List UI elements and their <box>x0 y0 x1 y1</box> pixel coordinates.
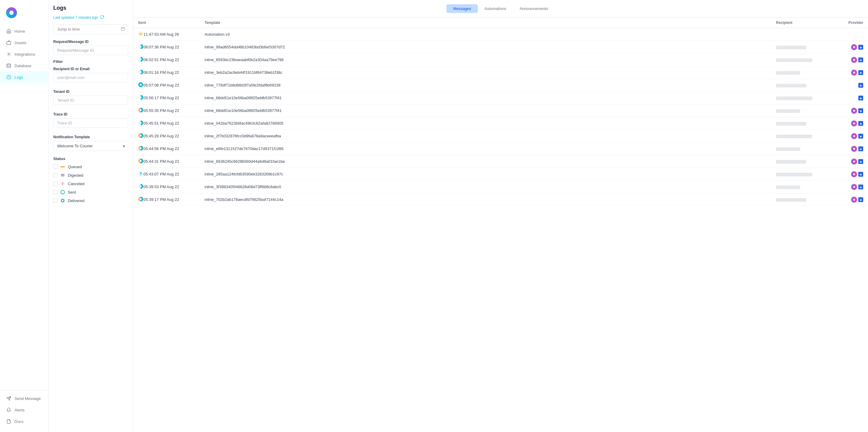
table-row[interactable]: 05:44:56 PM Aug 22 inline_e6fe1311527de7… <box>133 142 868 155</box>
sent-cell: ? 05:43:07 PM Aug 22 <box>133 168 200 180</box>
sent-cell: 06:02:51 PM Aug 22 <box>133 54 200 66</box>
table-row[interactable]: 06:02:51 PM Aug 22 inline_6593bc23feaeaa… <box>133 54 868 66</box>
template-cell: inline_3eb2a2ac8eb44f1911bf64738eb1f38c <box>200 66 771 79</box>
recipient-blurred <box>776 97 812 100</box>
tab-messages[interactable]: Messages <box>446 4 477 13</box>
table-row[interactable]: 05:39:53 PM Aug 22 inline_3f3983405f4682… <box>133 180 868 193</box>
status-canceled-checkbox[interactable] <box>53 181 58 186</box>
table-row[interactable]: 05:45:51 PM Aug 22 inline_042ba7623b6fac… <box>133 117 868 130</box>
col-recipient: Recipient <box>771 18 832 28</box>
sent-time: 05:43:07 PM Aug 22 <box>144 172 179 176</box>
svg-point-2 <box>7 64 10 65</box>
notification-template-select-wrap: Welcome To Courier ▾ <box>53 141 128 151</box>
sidebar-item-alerts[interactable]: Alerts <box>0 404 48 416</box>
last-updated: Last updated 7 minutes ago <box>53 15 128 20</box>
refresh-icon[interactable] <box>100 15 104 20</box>
tab-automations[interactable]: Automations <box>478 4 513 13</box>
sent-time: 05:39:17 PM Aug 22 <box>144 197 179 202</box>
recipient-input[interactable] <box>53 73 128 82</box>
provider-square-icon: ▣ <box>858 58 863 62</box>
sidebar-item-home[interactable]: Home <box>0 25 48 37</box>
database-icon <box>6 63 11 68</box>
sent-time: 06:07:36 PM Aug 22 <box>144 45 179 49</box>
svg-rect-0 <box>7 42 10 44</box>
provider-square-icon: ▣ <box>858 121 863 126</box>
table-row[interactable]: 05:57:08 PM Aug 22 inline_778df71b8d98d3… <box>133 79 868 92</box>
provider-square-icon: ▣ <box>858 108 863 113</box>
row-status-icon <box>138 196 144 203</box>
table-row[interactable]: 05:44:31 PM Aug 22 inline_6636245c6628b5… <box>133 155 868 168</box>
assets-icon <box>6 40 11 45</box>
sidebar-item-integrations[interactable]: Integrations <box>0 48 48 60</box>
svg-point-61 <box>853 148 855 150</box>
sidebar-item-label: Docs <box>14 419 24 424</box>
table-row[interactable]: ? 05:43:07 PM Aug 22 inline_285aa124fcfd… <box>133 168 868 180</box>
sent-icon <box>60 189 65 195</box>
provider-cell: ▣ <box>832 193 868 206</box>
provider-cell: ▣ <box>832 41 868 54</box>
recipient-cell <box>771 79 832 92</box>
row-status-icon <box>138 31 144 37</box>
table-row[interactable]: 05:45:29 PM Aug 22 inline_2f7b032878fcc0… <box>133 130 868 142</box>
recipient-blurred <box>776 84 806 88</box>
status-delivered-label: Delivered <box>68 198 85 203</box>
sent-cell: 05:39:17 PM Aug 22 <box>133 193 200 206</box>
sent-time: 06:01:16 PM Aug 22 <box>144 70 179 75</box>
recipient-blurred <box>776 198 806 202</box>
sidebar-item-label: Integrations <box>14 52 35 57</box>
svg-point-28 <box>853 59 855 61</box>
logo[interactable] <box>0 5 48 25</box>
jump-to-time-input[interactable] <box>53 24 128 34</box>
table-row[interactable]: 06:07:36 PM Aug 22 inline_99ad6554dd48b1… <box>133 41 868 54</box>
filter-panel: Logs Last updated 7 minutes ago Request/… <box>49 0 133 432</box>
notification-template-label: Notification Template <box>53 135 128 139</box>
table-body: 11:47:53 AM Aug 29 Automation v3 06:07:3… <box>133 28 868 206</box>
tab-announcements[interactable]: Announcements <box>513 4 555 13</box>
table-row[interactable]: 05:39:17 PM Aug 22 inline_702b2ab178aecd… <box>133 193 868 206</box>
table-row[interactable]: 06:01:16 PM Aug 22 inline_3eb2a2ac8eb44f… <box>133 66 868 79</box>
request-message-id-input[interactable] <box>53 46 128 55</box>
svg-point-1 <box>8 54 9 55</box>
col-template: Template <box>200 18 771 28</box>
logs-tabs: Messages Automations Announcements <box>133 0 868 18</box>
template-cell: inline_e6fe1311527de7670dac17d937151f85 <box>200 142 771 155</box>
table-row[interactable]: 05:56:17 PM Aug 22 inline_68dd51e10e56ba… <box>133 92 868 104</box>
provider-square-icon: ▣ <box>858 83 863 88</box>
sidebar-item-assets[interactable]: Assets <box>0 37 48 48</box>
sidebar-item-logs[interactable]: Logs <box>0 71 48 83</box>
recipient-cell <box>771 130 832 142</box>
home-icon <box>6 28 11 34</box>
status-digested-checkbox[interactable] <box>53 173 58 177</box>
svg-point-55 <box>140 135 142 136</box>
template-cell: inline_3f3983405f46828d08d73ff888c8abc0 <box>200 180 771 193</box>
sent-cell: 06:01:16 PM Aug 22 <box>133 66 200 79</box>
courier-provider-icon <box>851 57 857 63</box>
recipient-cell <box>771 117 832 130</box>
sidebar-item-send-message[interactable]: Send Message <box>0 393 48 404</box>
status-delivered-checkbox[interactable] <box>53 198 58 203</box>
row-status-icon <box>138 57 144 63</box>
recipient-blurred <box>776 147 800 151</box>
status-digested-item: Digested <box>53 172 128 178</box>
sidebar-item-docs[interactable]: Docs <box>0 416 48 427</box>
sent-cell: 05:55:35 PM Aug 22 <box>133 104 200 117</box>
provider-square-icon: ▣ <box>858 96 863 100</box>
status-queued-checkbox[interactable] <box>53 165 58 169</box>
provider-square-icon: ▣ <box>858 159 863 164</box>
table-row[interactable]: 11:47:53 AM Aug 29 Automation v3 <box>133 28 868 41</box>
tenant-input[interactable] <box>53 96 128 105</box>
sidebar-item-database[interactable]: Database <box>0 60 48 71</box>
table-row[interactable]: 05:55:35 PM Aug 22 inline_68dd51e10e56ba… <box>133 104 868 117</box>
sent-time: 11:47:53 AM Aug 29 <box>144 32 179 37</box>
status-canceled-label: Canceled <box>68 181 85 186</box>
template-cell: inline_2f7b032878fcc0d9fa878a9aceeeafba <box>200 130 771 142</box>
trace-input[interactable] <box>53 118 128 128</box>
page-title: Logs <box>53 5 128 11</box>
template-cell: inline_6593bc23feaeaabf0b2a304aa79ee798 <box>200 54 771 66</box>
jump-to-time-wrap <box>53 24 128 34</box>
request-message-id-label: Request/Message ID <box>53 40 128 44</box>
status-sent-checkbox[interactable] <box>53 190 58 194</box>
docs-icon <box>6 419 11 424</box>
courier-provider-icon <box>851 133 857 139</box>
notification-template-select[interactable]: Welcome To Courier <box>53 141 128 151</box>
